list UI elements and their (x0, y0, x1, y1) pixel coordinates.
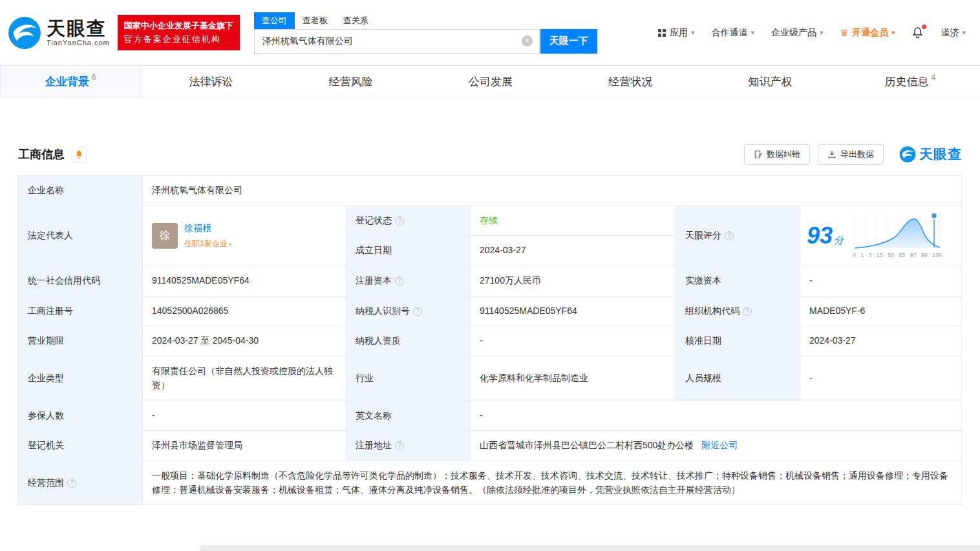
label-legal-rep: 法定代表人 (19, 205, 143, 265)
value-org-code: MADE05YF-6 (800, 296, 962, 326)
table-row: 统一社会信用代码 91140525MADE05YF64 注册资本 ? 27100… (19, 266, 962, 296)
tianyancha-logo-icon (899, 146, 916, 163)
tab-company-development[interactable]: 公司发展 (421, 66, 560, 97)
header: 天眼查 TianYanCha.com 国家中小企业发展子基金旗下 官方备案企业征… (0, 0, 980, 65)
label-taxpayer-quality: 纳税人资质 (346, 326, 471, 357)
export-data-button[interactable]: 导出数据 (818, 144, 884, 165)
table-row: 登记机关 泽州县市场监督管理局 注册地址 ? 山西省晋城市泽州县巴公镇巴公二村村… (19, 431, 962, 461)
help-icon[interactable]: ? (395, 216, 404, 225)
tab-label: 历史信息 (884, 74, 928, 89)
tab-company-background[interactable]: 企业背景 6 (0, 66, 141, 97)
label-approval-date: 核准日期 (676, 326, 800, 357)
help-icon[interactable]: ? (743, 307, 752, 316)
search-tab-company[interactable]: 查公司 (254, 12, 295, 29)
download-icon (827, 150, 836, 159)
legal-rep-name-link[interactable]: 徐福根 (184, 222, 231, 236)
next-section-preview (200, 545, 980, 551)
label-staff-size: 人员规模 (676, 357, 800, 400)
help-icon[interactable]: ? (395, 441, 404, 450)
label-text: 天眼评分 (685, 229, 721, 243)
tianyancha-logo-icon (8, 16, 41, 50)
search-tab-boss[interactable]: 查老板 (295, 12, 336, 29)
legal-rep-info: 徐福根 任职1家企业 › (184, 222, 231, 249)
tab-intellectual-property[interactable]: 知识产权 (700, 66, 840, 97)
chevron-down-icon: ▾ (820, 28, 824, 37)
chevron-down-icon: ▾ (962, 28, 966, 37)
chevron-down-icon: ▾ (691, 28, 695, 37)
notification-bell[interactable] (911, 26, 924, 39)
label-text: 组织机构代码 (685, 304, 740, 318)
data-correction-button[interactable]: 数据纠错 (744, 144, 810, 165)
table-row: 企业名称 泽州杭氧气体有限公司 (19, 176, 962, 206)
value-taxpayer-quality: - (471, 326, 676, 357)
certification-badge: 国家中小企业发展子基金旗下 官方备案企业征信机构 (118, 15, 240, 51)
value-taxpayer-id: 91140525MADE05YF64 (471, 296, 676, 326)
label-text: 经营范围 (28, 476, 64, 490)
label-text: 注册资本 (356, 274, 392, 288)
value-approval-date: 2024-03-27 (800, 326, 962, 357)
nav-user[interactable]: 道济 ▾ (941, 27, 966, 39)
help-icon[interactable]: ? (67, 479, 76, 488)
nav-enterprise-products-label: 企业级产品 (771, 27, 816, 39)
label-org-code: 组织机构代码 ? (676, 296, 800, 326)
label-establish-date: 成立日期 (346, 236, 471, 266)
table-row: 营业期限 2024-03-27 至 2045-04-30 纳税人资质 - 核准日… (19, 326, 962, 357)
data-correction-label: 数据纠错 (767, 149, 800, 160)
table-row: 经营范围 ? 一般项目：基础化学原料制造（不含危险化学品等许可类化学品的制造）；… (19, 461, 962, 504)
value-reg-capital: 27100万人民币 (471, 266, 676, 296)
score-curve-chart (853, 211, 942, 251)
crown-icon: ♛ (840, 27, 848, 39)
label-reg-authority: 登记机关 (19, 431, 143, 461)
tianyancha-logo[interactable]: 天眼查 TianYanCha.com (8, 16, 110, 50)
label-english-name: 英文名称 (346, 400, 471, 431)
help-icon[interactable]: ? (413, 307, 422, 316)
help-icon[interactable]: ? (395, 276, 404, 286)
label-taxpayer-id: 纳税人识别号 ? (346, 296, 471, 326)
tab-label: 经营状况 (608, 74, 652, 89)
tab-label: 企业背景 (45, 74, 89, 89)
label-score: 天眼评分 ? (676, 205, 800, 265)
bell-icon (74, 150, 83, 159)
tab-operating-status[interactable]: 经营状况 (560, 66, 700, 97)
tab-legal-proceedings[interactable]: 法律诉讼 (141, 66, 281, 97)
subscribe-bell-button[interactable] (71, 147, 87, 162)
help-icon[interactable]: ? (725, 231, 734, 240)
value-credit-code: 91140525MADE05YF64 (143, 266, 346, 296)
edit-document-icon (754, 150, 763, 159)
table-row: 工商注册号 14052500A026865 纳税人识别号 ? 91140525M… (19, 296, 962, 326)
label-reg-capital: 注册资本 ? (346, 266, 471, 296)
score-unit: 分 (834, 234, 844, 245)
nearby-companies-link[interactable]: 附近公司 (701, 440, 738, 450)
axis-tick: 15 (877, 251, 883, 260)
search-button[interactable]: 天眼一下 (540, 29, 597, 54)
label-company-type: 企业类型 (19, 357, 143, 400)
nav-cooperation-label: 合作通道 (711, 27, 747, 39)
value-business-term: 2024-03-27 至 2045-04-30 (143, 326, 346, 357)
search-tab-relation[interactable]: 查关系 (336, 12, 376, 29)
legal-rep-avatar[interactable]: 徐 (152, 223, 178, 249)
certification-badge-line2: 官方备案企业征信机构 (124, 33, 233, 47)
axis-tick: 50 (888, 251, 894, 260)
export-data-label: 导出数据 (840, 149, 874, 160)
label-insured-count: 参保人数 (19, 400, 143, 431)
score-number: 93分 (807, 218, 844, 254)
nav-enterprise-products[interactable]: 企业级产品 ▾ (771, 27, 824, 39)
axis-tick: 3 (869, 251, 872, 260)
tab-business-risk[interactable]: 经营风险 (281, 66, 421, 97)
clear-search-icon[interactable]: × (522, 36, 533, 47)
legal-rep-companies-link[interactable]: 任职1家企业 › (184, 238, 231, 250)
label-business-term: 营业期限 (19, 326, 143, 357)
label-reg-address: 注册地址 ? (346, 431, 471, 461)
axis-tick: 99 (921, 251, 928, 260)
tab-history-info[interactable]: 历史信息 4 (840, 66, 980, 97)
search-input[interactable] (255, 30, 539, 53)
label-paid-capital: 实缴资本 (676, 266, 800, 296)
axis-tick: 97 (910, 251, 916, 260)
value-company-name: 泽州杭氧气体有限公司 (143, 176, 962, 206)
nav-vip-upgrade[interactable]: ♛ 开通会员 ▾ (840, 27, 895, 39)
nav-apps[interactable]: 应用 ▾ (657, 27, 695, 39)
axis-tick: 85 (899, 251, 905, 260)
label-reg-status: 登记状态 ? (346, 205, 471, 236)
nav-cooperation[interactable]: 合作通道 ▾ (711, 27, 754, 39)
table-row: 参保人数 - 英文名称 - (19, 400, 962, 431)
